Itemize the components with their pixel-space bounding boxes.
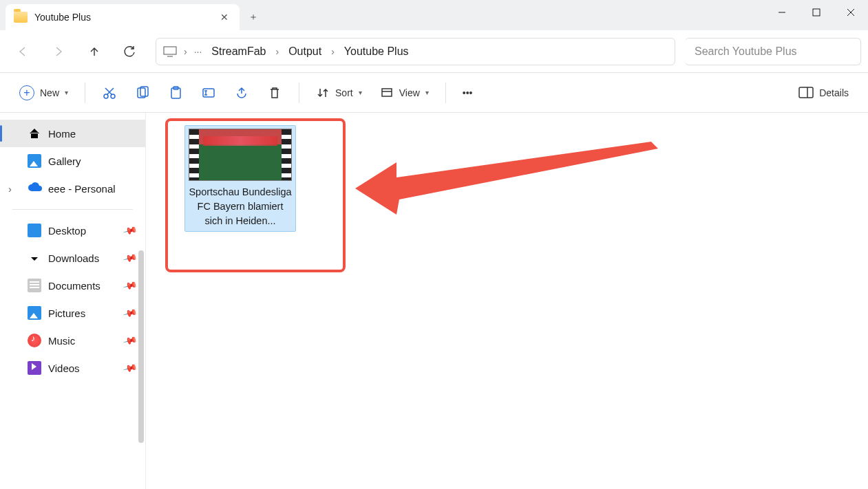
close-window-button[interactable] <box>834 0 868 25</box>
refresh-button[interactable] <box>114 38 146 65</box>
annotation-arrow <box>355 135 658 217</box>
document-icon <box>28 279 41 292</box>
sidebar-item-music[interactable]: Music 📌 <box>0 327 145 354</box>
scrollbar[interactable] <box>138 250 144 443</box>
view-label: View <box>399 87 420 98</box>
chevron-right-icon[interactable]: › <box>8 183 12 195</box>
svg-rect-4 <box>164 47 176 54</box>
minimize-button[interactable] <box>765 0 799 25</box>
cut-button[interactable] <box>96 80 123 105</box>
folder-icon <box>14 12 28 23</box>
back-button[interactable] <box>7 38 39 65</box>
share-button[interactable] <box>229 80 255 105</box>
pin-icon: 📌 <box>122 278 138 293</box>
pin-icon: 📌 <box>122 223 138 238</box>
chevron-down-icon: ▾ <box>425 89 429 96</box>
pc-icon <box>163 46 177 57</box>
search-placeholder: Search Youtube Plus <box>695 45 797 58</box>
new-button[interactable]: + New ▾ <box>14 80 74 105</box>
video-thumbnail <box>189 129 292 181</box>
sidebar-label: Desktop <box>48 225 86 237</box>
more-icon[interactable]: ··· <box>194 46 202 57</box>
rename-button[interactable] <box>195 80 222 105</box>
gallery-icon <box>28 154 41 168</box>
navbar: › ··· StreamFab › Output › Youtube Plus … <box>0 30 868 73</box>
content-area[interactable]: Sportschau Bundesliga FC Bayern blamiert… <box>146 113 868 489</box>
svg-rect-1 <box>813 9 820 16</box>
sidebar-item-home[interactable]: Home <box>0 120 145 147</box>
pin-icon: 📌 <box>122 333 138 348</box>
download-icon <box>28 251 41 265</box>
home-icon <box>28 127 41 140</box>
chevron-right-icon: › <box>331 46 335 57</box>
pictures-icon <box>28 306 41 320</box>
active-tab[interactable]: Youtube Plus ✕ <box>6 4 240 30</box>
svg-rect-15 <box>799 87 813 98</box>
sidebar-label: Videos <box>48 362 80 374</box>
breadcrumb-output[interactable]: Output <box>286 44 324 59</box>
sidebar-label: Downloads <box>48 252 99 264</box>
breadcrumb-youtube-plus[interactable]: Youtube Plus <box>341 44 412 59</box>
cloud-icon <box>28 182 41 195</box>
tab-title: Youtube Plus <box>34 12 91 23</box>
address-bar[interactable]: › ··· StreamFab › Output › Youtube Plus <box>156 38 675 65</box>
file-name: Sportschau Bundesliga FC Bayern blamiert… <box>188 185 293 228</box>
maximize-button[interactable] <box>799 0 834 25</box>
music-icon <box>28 334 41 347</box>
sidebar-item-documents[interactable]: Documents 📌 <box>0 272 145 299</box>
svg-rect-13 <box>382 89 392 96</box>
divider <box>12 209 133 210</box>
pin-icon: 📌 <box>122 360 138 376</box>
new-label: New <box>40 87 59 98</box>
titlebar: Youtube Plus ✕ ＋ <box>0 0 868 30</box>
pin-icon: 📌 <box>122 305 138 320</box>
pin-icon: 📌 <box>122 250 138 265</box>
window-controls <box>765 0 868 25</box>
chevron-down-icon: ▾ <box>359 89 362 96</box>
sidebar-item-downloads[interactable]: Downloads 📌 <box>0 244 145 272</box>
more-button[interactable]: ••• <box>457 80 478 105</box>
sort-label: Sort <box>335 87 353 98</box>
svg-marker-17 <box>355 142 658 215</box>
new-tab-button[interactable]: ＋ <box>240 4 267 30</box>
up-button[interactable] <box>78 38 110 65</box>
sidebar-label: Music <box>48 335 75 347</box>
video-icon <box>28 361 41 375</box>
chevron-right-icon: › <box>184 46 187 57</box>
file-item[interactable]: Sportschau Bundesliga FC Bayern blamiert… <box>184 125 296 232</box>
sidebar-label: Documents <box>48 280 100 292</box>
sidebar-label: Pictures <box>48 307 85 319</box>
forward-button[interactable] <box>43 38 74 65</box>
delete-button[interactable] <box>262 80 288 105</box>
sidebar-item-gallery[interactable]: Gallery <box>0 147 145 175</box>
sidebar: Home Gallery › eee - Personal Desktop 📌 … <box>0 113 146 489</box>
sidebar-label: Home <box>48 128 76 140</box>
sidebar-item-videos[interactable]: Videos 📌 <box>0 354 145 382</box>
divider <box>85 83 85 103</box>
sidebar-item-pictures[interactable]: Pictures 📌 <box>0 299 145 327</box>
chevron-right-icon: › <box>275 46 279 57</box>
copy-button[interactable] <box>129 80 156 105</box>
breadcrumb-streamfab[interactable]: StreamFab <box>209 44 268 59</box>
divider <box>299 83 299 103</box>
details-label: Details <box>819 87 849 98</box>
divider <box>445 83 446 103</box>
toolbar: + New ▾ Sort ▾ View ▾ ••• Details <box>0 73 868 113</box>
plus-icon: + <box>19 85 34 100</box>
sidebar-label: eee - Personal <box>48 183 116 195</box>
svg-rect-12 <box>203 89 214 97</box>
search-input[interactable]: Search Youtube Plus <box>685 38 861 65</box>
details-button[interactable]: Details <box>793 80 854 105</box>
sort-button[interactable]: Sort ▾ <box>310 80 368 105</box>
close-tab-icon[interactable]: ✕ <box>220 12 229 23</box>
sidebar-item-desktop[interactable]: Desktop 📌 <box>0 217 145 244</box>
main: Home Gallery › eee - Personal Desktop 📌 … <box>0 113 868 489</box>
view-button[interactable]: View ▾ <box>374 80 434 105</box>
sidebar-item-onedrive[interactable]: › eee - Personal <box>0 175 145 202</box>
chevron-down-icon: ▾ <box>65 89 68 96</box>
desktop-icon <box>28 224 41 237</box>
paste-button[interactable] <box>162 80 189 105</box>
sidebar-label: Gallery <box>48 155 81 167</box>
